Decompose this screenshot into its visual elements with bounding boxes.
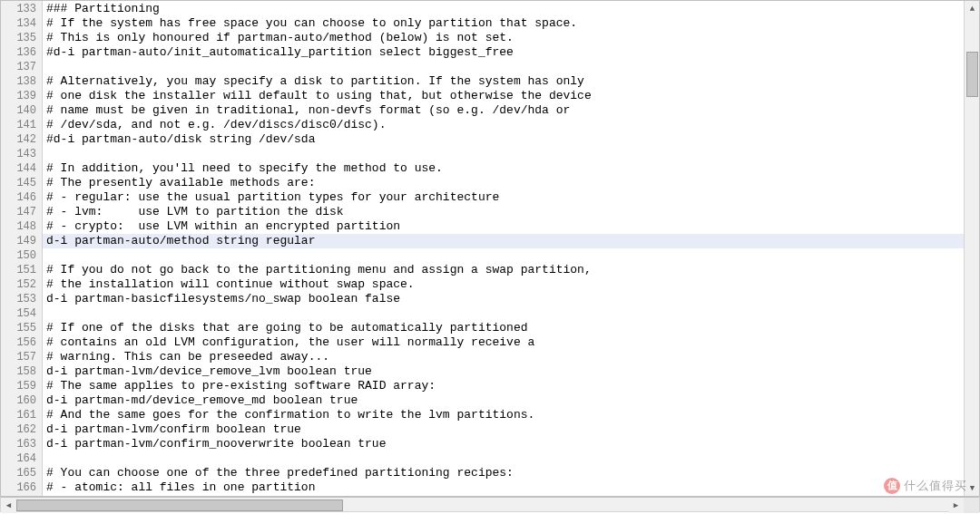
- code-line[interactable]: [43, 60, 964, 74]
- code-line[interactable]: # contains an old LVM configuration, the…: [43, 335, 964, 350]
- code-line[interactable]: # This is only honoured if partman-auto/…: [43, 31, 964, 45]
- line-number: 152: [1, 277, 42, 292]
- horizontal-scrollbar[interactable]: ◀ ▶: [0, 497, 980, 512]
- code-line[interactable]: # one disk the installer will default to…: [43, 89, 964, 103]
- scroll-up-arrow-icon[interactable]: ▲: [965, 1, 980, 16]
- vertical-scrollbar[interactable]: ▲ ▼: [964, 1, 979, 496]
- line-number: 143: [1, 147, 42, 161]
- code-line[interactable]: # the installation will continue without…: [43, 277, 964, 292]
- line-number: 144: [1, 161, 42, 176]
- code-area[interactable]: ### Partitioning# If the system has free…: [43, 1, 964, 496]
- code-line[interactable]: d-i partman-md/device_remove_md boolean …: [43, 393, 964, 408]
- vertical-scroll-thumb[interactable]: [966, 52, 978, 97]
- code-line[interactable]: # name must be given in traditional, non…: [43, 103, 964, 118]
- code-line[interactable]: # Alternatively, you may specify a disk …: [43, 74, 964, 89]
- line-number: 156: [1, 335, 42, 350]
- line-number: 159: [1, 379, 42, 393]
- code-line[interactable]: # - regular: use the usual partition typ…: [43, 190, 964, 205]
- code-line[interactable]: d-i partman-lvm/confirm_nooverwrite bool…: [43, 437, 964, 451]
- line-number: 151: [1, 263, 42, 277]
- code-line[interactable]: [43, 147, 964, 161]
- code-line[interactable]: # - lvm: use LVM to partition the disk: [43, 205, 964, 219]
- line-number: 145: [1, 176, 42, 190]
- editor-container: 1331341351361371381391401411421431441451…: [0, 0, 980, 497]
- scroll-right-arrow-icon[interactable]: ▶: [948, 498, 964, 513]
- line-number: 134: [1, 16, 42, 31]
- scroll-left-arrow-icon[interactable]: ◀: [1, 498, 16, 513]
- code-line[interactable]: # And the same goes for the confirmation…: [43, 408, 964, 422]
- line-number: 164: [1, 451, 42, 466]
- code-line[interactable]: [43, 451, 964, 466]
- line-number: 148: [1, 219, 42, 234]
- code-line[interactable]: d-i partman-auto/method string regular: [43, 234, 964, 248]
- line-number: 154: [1, 306, 42, 321]
- line-number: 142: [1, 132, 42, 147]
- line-number: 140: [1, 103, 42, 118]
- line-number: 158: [1, 364, 42, 379]
- code-line[interactable]: # If one of the disks that are going to …: [43, 321, 964, 335]
- line-number: 139: [1, 89, 42, 103]
- line-number: 137: [1, 60, 42, 74]
- line-number: 166: [1, 480, 42, 495]
- line-number: 136: [1, 45, 42, 60]
- line-number: 147: [1, 205, 42, 219]
- code-line[interactable]: # The same applies to pre-existing softw…: [43, 379, 964, 393]
- code-line[interactable]: # You can choose one of the three predef…: [43, 466, 964, 480]
- scroll-down-arrow-icon[interactable]: ▼: [965, 480, 980, 496]
- scrollbar-corner: [964, 498, 979, 513]
- line-number: 163: [1, 437, 42, 451]
- line-number: 150: [1, 248, 42, 263]
- code-line[interactable]: d-i partman-basicfilesystems/no_swap boo…: [43, 292, 964, 306]
- code-line[interactable]: d-i partman-lvm/confirm boolean true: [43, 422, 964, 437]
- code-line[interactable]: #d-i partman-auto/init_automatically_par…: [43, 45, 964, 60]
- code-line[interactable]: [43, 306, 964, 321]
- line-number: 153: [1, 292, 42, 306]
- code-line[interactable]: # If the system has free space you can c…: [43, 16, 964, 31]
- code-line[interactable]: ### Partitioning: [43, 2, 964, 16]
- horizontal-scroll-thumb[interactable]: [16, 499, 343, 511]
- line-number: 133: [1, 2, 42, 16]
- code-line[interactable]: # - crypto: use LVM within an encrypted …: [43, 219, 964, 234]
- code-line[interactable]: # The presently available methods are:: [43, 176, 964, 190]
- code-line[interactable]: # If you do not go back to the partition…: [43, 263, 964, 277]
- line-number: 161: [1, 408, 42, 422]
- code-line[interactable]: [43, 248, 964, 263]
- code-line[interactable]: # - atomic: all files in one partition: [43, 480, 964, 495]
- code-line[interactable]: # warning. This can be preseeded away...: [43, 350, 964, 364]
- code-line[interactable]: # /dev/sda, and not e.g. /dev/discs/disc…: [43, 118, 964, 132]
- line-number: 146: [1, 190, 42, 205]
- line-number: 157: [1, 350, 42, 364]
- line-number: 135: [1, 31, 42, 45]
- line-number: 165: [1, 466, 42, 480]
- code-line[interactable]: d-i partman-lvm/device_remove_lvm boolea…: [43, 364, 964, 379]
- line-number: 138: [1, 74, 42, 89]
- line-number: 141: [1, 118, 42, 132]
- code-line[interactable]: #d-i partman-auto/disk string /dev/sda: [43, 132, 964, 147]
- line-number: 162: [1, 422, 42, 437]
- line-number: 155: [1, 321, 42, 335]
- line-number-gutter: 1331341351361371381391401411421431441451…: [1, 1, 43, 496]
- line-number: 160: [1, 393, 42, 408]
- code-line[interactable]: # In addition, you'll need to specify th…: [43, 161, 964, 176]
- line-number: 149: [1, 234, 42, 248]
